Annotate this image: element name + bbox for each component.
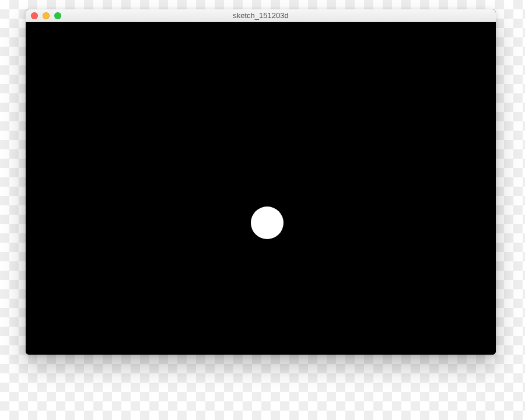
maximize-icon[interactable] [54,12,61,19]
traffic-lights [26,12,61,19]
window-title: sketch_151203d [26,9,496,22]
close-icon[interactable] [31,12,38,19]
minimize-icon[interactable] [43,12,50,19]
circle-shape [251,206,284,239]
app-window: sketch_151203d [26,9,496,355]
window-titlebar[interactable]: sketch_151203d [26,9,496,22]
sketch-canvas[interactable] [26,22,496,355]
